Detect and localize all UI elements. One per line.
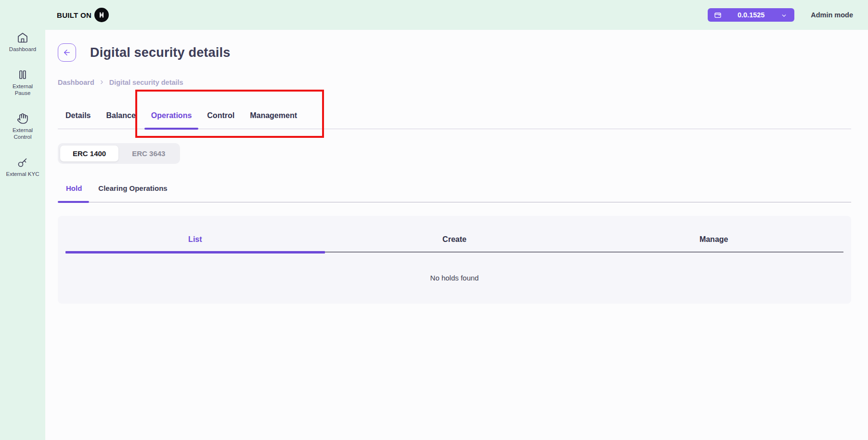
operations-subtabs: Hold Clearing Operations — [58, 178, 851, 202]
pause-icon — [17, 69, 28, 80]
hold-panel: List Create Manage No holds found — [58, 216, 851, 304]
breadcrumb: Dashboard Digital security details — [58, 78, 851, 86]
detail-tabs: Details Balance Operations Control Manag… — [58, 106, 851, 129]
subtab-hold[interactable]: Hold — [58, 178, 90, 202]
key-icon — [17, 157, 28, 168]
hand-icon — [17, 113, 28, 124]
sidebar-item-dashboard[interactable]: Dashboard — [5, 32, 40, 53]
back-button[interactable] — [58, 43, 76, 62]
tab-management[interactable]: Management — [242, 106, 305, 129]
hold-tab-manage[interactable]: Manage — [584, 216, 843, 253]
sidebar-item-external-control[interactable]: External Control — [5, 113, 40, 140]
top-header: BUILT ON 0.0.1525 Admin mode — [0, 0, 868, 30]
hedera-logo-icon — [94, 8, 109, 22]
chevron-right-icon — [99, 79, 105, 85]
hold-tab-create[interactable]: Create — [325, 216, 584, 253]
tab-operations[interactable]: Operations — [143, 106, 199, 129]
title-row: Digital security details — [58, 43, 851, 62]
subtab-clearing-operations[interactable]: Clearing Operations — [90, 178, 175, 202]
arrow-left-icon — [63, 48, 71, 57]
standard-toggle: ERC 1400 ERC 3643 — [58, 143, 180, 164]
header-actions: 0.0.1525 Admin mode — [708, 0, 853, 30]
sidebar-item-label: External Pause — [5, 83, 40, 96]
sidebar-item-label: Dashboard — [5, 46, 40, 53]
sidebar-item-label: External KYC — [5, 171, 40, 177]
built-on-logo: BUILT ON — [57, 0, 109, 30]
tab-control[interactable]: Control — [199, 106, 242, 129]
hold-panel-tabs: List Create Manage — [58, 216, 851, 253]
hold-tab-list[interactable]: List — [65, 216, 325, 253]
account-id-button[interactable]: 0.0.1525 — [708, 8, 794, 22]
page-title: Digital security details — [90, 45, 230, 60]
home-icon — [17, 32, 28, 43]
chevron-down-icon — [781, 13, 787, 19]
empty-state-message: No holds found — [58, 253, 851, 282]
toggle-erc1400[interactable]: ERC 1400 — [60, 146, 118, 161]
sidebar: Dashboard External Pause External Contro… — [0, 0, 45, 440]
breadcrumb-dashboard-link[interactable]: Dashboard — [58, 79, 94, 86]
wallet-icon — [714, 11, 722, 19]
admin-mode-label: Admin mode — [811, 11, 853, 19]
tab-balance[interactable]: Balance — [98, 106, 143, 129]
main-content: Digital security details Dashboard Digit… — [45, 30, 868, 440]
account-id-label: 0.0.1525 — [738, 11, 764, 19]
tab-details[interactable]: Details — [58, 106, 98, 129]
built-on-text: BUILT ON — [57, 11, 91, 19]
sidebar-item-external-pause[interactable]: External Pause — [5, 69, 40, 96]
toggle-erc3643[interactable]: ERC 3643 — [119, 146, 178, 161]
sidebar-item-external-kyc[interactable]: External KYC — [5, 157, 40, 177]
breadcrumb-current: Digital security details — [109, 79, 183, 86]
sidebar-item-label: External Control — [5, 127, 40, 140]
